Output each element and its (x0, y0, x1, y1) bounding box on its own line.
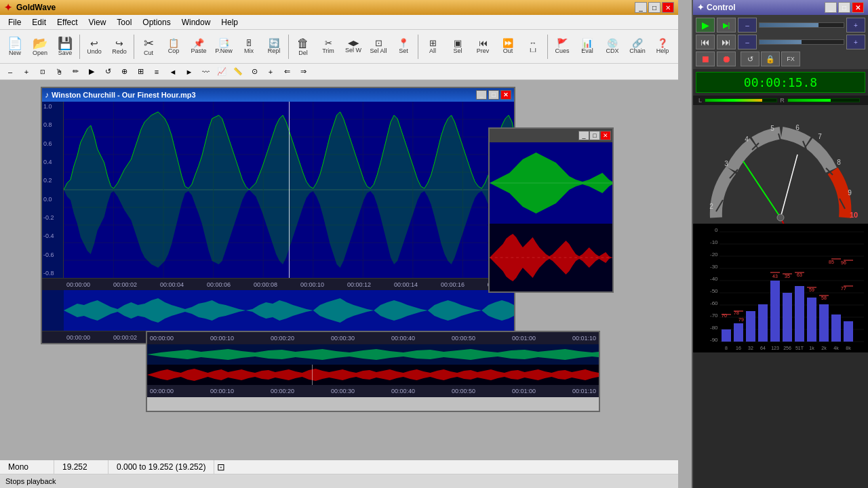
all-button[interactable]: ⊞All (420, 33, 445, 61)
scroll-right[interactable]: ⇒ (296, 65, 311, 79)
audio-minimize-button[interactable]: _ (476, 90, 487, 100)
waveform-display[interactable] (64, 102, 514, 278)
trim-button[interactable]: ✂Trim (316, 33, 340, 61)
grid-tool[interactable]: ⊞ (133, 65, 148, 79)
loop-button[interactable]: ↺ (741, 52, 760, 66)
vu-meter-svg: 2 3 4 5 6 7 8 9 10 (699, 110, 862, 226)
sec-max-button[interactable]: □ (589, 131, 600, 140)
repl-button[interactable]: 🔄Repl (262, 33, 286, 61)
audio-close-button[interactable]: ✕ (500, 90, 511, 100)
svg-text:3: 3 (724, 160, 728, 167)
cut-button[interactable]: ✂Cut (136, 33, 161, 61)
menu-view[interactable]: View (83, 16, 112, 28)
svg-text:63: 63 (797, 272, 802, 277)
selection-display: 0.000 to 19.252 (19.252) (108, 460, 214, 474)
sel-button[interactable]: ▣Sel (446, 33, 470, 61)
fast-forward-button[interactable]: ⏭ (717, 35, 736, 49)
wave-tool[interactable]: 〰 (198, 65, 213, 79)
select-tool[interactable]: 🖱 (52, 65, 66, 79)
loop-tool[interactable]: ↺ (100, 65, 115, 79)
zoom-out-button[interactable]: – (3, 65, 18, 79)
maximize-button[interactable]: □ (648, 2, 660, 13)
cdx-button[interactable]: 💿CDX (600, 33, 625, 61)
scroll-left[interactable]: ⇐ (279, 65, 294, 79)
volume-up-button[interactable]: + (846, 18, 865, 33)
lr-indicator: L R (693, 96, 868, 105)
arrow-right[interactable]: ► (182, 65, 197, 79)
sec-min-button[interactable]: _ (578, 131, 589, 140)
pan-slider[interactable] (759, 39, 844, 45)
play-selection-button[interactable]: ▶| (717, 18, 736, 33)
menu-file[interactable]: File (3, 16, 26, 28)
ctrl-max-button[interactable]: □ (838, 2, 850, 13)
inout-button[interactable]: ↔I..I (521, 33, 545, 61)
cues-button[interactable]: 🚩Cues (550, 33, 574, 61)
ruler-tool[interactable]: 📏 (231, 65, 245, 79)
prev-button[interactable]: ⏮Prev (471, 33, 495, 61)
pan-down-button[interactable]: – (738, 35, 757, 49)
spectrum-tool[interactable]: 📈 (214, 65, 229, 79)
menu-help[interactable]: Help (216, 16, 243, 28)
play-sel-tool[interactable]: ▶ (84, 65, 99, 79)
del-button[interactable]: 🗑Del (291, 33, 315, 61)
cursor-tool[interactable]: ⊙ (247, 65, 262, 79)
play-button[interactable]: ▶ (696, 18, 715, 33)
vu-meter: 2 3 4 5 6 7 8 9 10 (693, 105, 868, 224)
secondary-waveform-green[interactable] (490, 142, 612, 224)
minimize-button[interactable]: _ (635, 2, 647, 13)
record-button[interactable]: ⏺ (717, 52, 736, 66)
add-marker[interactable]: + (263, 65, 278, 79)
eval-button[interactable]: 📊Eval (575, 33, 599, 61)
save-button[interactable]: 💾Save (53, 33, 77, 61)
svg-text:7: 7 (818, 133, 822, 140)
pan-up-button[interactable]: + (846, 35, 865, 49)
svg-text:70: 70 (722, 313, 727, 318)
selw-button[interactable]: ◀▶Sel W (341, 33, 366, 61)
menu-effect[interactable]: Effect (52, 16, 83, 28)
fx-button[interactable]: FX (781, 52, 800, 66)
transport-controls: ▶ ▶| – + ⏮ ⏭ – + ⏹ ⏺ (693, 15, 868, 69)
sec-close-button[interactable]: ✕ (600, 131, 611, 140)
pnew-button[interactable]: 📑P.New (212, 33, 236, 61)
audio-restore-button[interactable]: □ (488, 90, 499, 100)
menu-tool[interactable]: Tool (111, 16, 137, 28)
draw-tool[interactable]: ✏ (68, 65, 83, 79)
snap-tool[interactable]: ⊕ (117, 65, 132, 79)
open-button[interactable]: 📂Open (28, 33, 52, 61)
mix-button[interactable]: 🎚Mix (237, 33, 261, 61)
waveform-overview-display[interactable] (64, 290, 514, 331)
ctrl-min-button[interactable]: _ (825, 2, 837, 13)
volume-down-button[interactable]: – (738, 18, 757, 33)
stop-button[interactable]: ⏹ (696, 52, 715, 66)
control-panel: ✦ Control _ □ ✕ ▶ ▶| – + ⏮ (692, 0, 868, 488)
bottom-track-green[interactable] (147, 344, 599, 365)
chain-button[interactable]: 🔗Chain (625, 33, 650, 61)
bottom-track-red[interactable] (147, 365, 599, 385)
paste-button[interactable]: 📌Paste (186, 33, 211, 61)
svg-text:10: 10 (850, 211, 858, 219)
zoom-all-button[interactable]: ⊡ (35, 65, 50, 79)
redo-button[interactable]: ↪Redo (107, 33, 132, 61)
rewind-button[interactable]: ⏮ (696, 35, 715, 49)
menu-edit[interactable]: Edit (26, 16, 52, 28)
zoom-in-button[interactable]: + (19, 65, 34, 79)
menu-window[interactable]: Window (176, 16, 216, 28)
close-button[interactable]: ✕ (662, 2, 674, 13)
svg-line-52 (743, 161, 781, 218)
selall-button[interactable]: ⊡Sel All (366, 33, 391, 61)
arrow-left[interactable]: ◄ (165, 65, 180, 79)
help-button[interactable]: ❓Help (650, 33, 675, 61)
menu-options[interactable]: Options (137, 16, 176, 28)
out-button[interactable]: ⏩Out (496, 33, 520, 61)
new-button[interactable]: 📄New (3, 33, 27, 61)
lock-button[interactable]: 🔒 (761, 52, 780, 66)
ctrl-close-button[interactable]: ✕ (852, 2, 864, 13)
bottom-timeline-panel: 00:00:00 00:00:10 00:00:20 00:00:30 00:0… (146, 331, 600, 412)
undo-button[interactable]: ↩Undo (82, 33, 106, 61)
secondary-waveform-red[interactable] (490, 224, 612, 291)
set-button[interactable]: 📍Set (391, 33, 416, 61)
svg-text:85: 85 (829, 260, 834, 264)
ch-tool[interactable]: ≡ (149, 65, 164, 79)
volume-slider[interactable] (759, 22, 844, 28)
copy-button[interactable]: 📋Cop (161, 33, 186, 61)
